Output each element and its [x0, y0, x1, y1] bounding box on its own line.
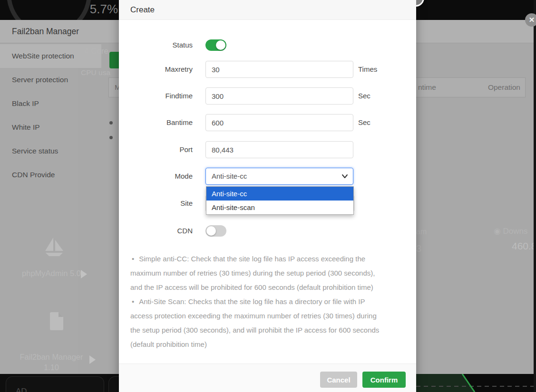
- mode-select[interactable]: Anti-site-cc: [205, 168, 353, 185]
- upstream-value-fragment: 3: [416, 243, 421, 254]
- help-line: and the IP access will be prohibited for…: [130, 280, 409, 295]
- ad-label: AD: [16, 387, 27, 392]
- table-header-operation: Operation: [488, 78, 520, 97]
- cpu-cores-text: 4 Core: [84, 47, 108, 56]
- sidebar-item-white-ip: White IP: [0, 115, 101, 139]
- fail2ban-card-version: 1.10: [9, 362, 94, 373]
- plugin-title: Fail2ban Manager: [12, 20, 79, 43]
- cdn-label: CDN: [119, 225, 193, 237]
- bullet-icon: •: [132, 295, 134, 309]
- bantime-unit: Sec: [358, 114, 370, 131]
- upstream-text-fragment: am: [416, 228, 427, 236]
- network-traffic-chart: [416, 374, 536, 392]
- dashboard-right-edge: [534, 0, 536, 392]
- port-input[interactable]: [205, 141, 353, 158]
- dialog-footer: Cancel Confirm: [119, 363, 416, 392]
- help-line: the setup period (300 seconds), and will…: [130, 323, 409, 337]
- maxretry-input[interactable]: [205, 61, 353, 78]
- help-line: •Simple anti-CC: Check that the site log…: [130, 252, 409, 266]
- site-label: Site: [119, 195, 193, 212]
- fail2ban-card-label: Fail2ban Manager 1.10: [9, 352, 94, 373]
- bantime-input[interactable]: [205, 114, 353, 131]
- background-card-outline: AD: [6, 376, 104, 392]
- chevron-down-icon: [341, 173, 348, 180]
- sidebar-menu: WebSite protectionServer protectionBlack…: [0, 43, 78, 374]
- maxretry-label: Maxretry: [119, 61, 193, 78]
- port-label: Port: [119, 141, 193, 158]
- create-dialog: Create Status Maxretry Times Findtime Se…: [119, 0, 416, 392]
- downstream-label: ◉ Downs: [494, 226, 528, 236]
- maxretry-unit: Times: [358, 61, 377, 78]
- bantime-label: Bantime: [119, 114, 193, 131]
- cdn-toggle[interactable]: [205, 225, 226, 237]
- cpu-usage-text: CPU usa: [81, 68, 110, 77]
- help-line: maximum number of retries (30 times) dur…: [130, 266, 409, 280]
- status-label: Status: [119, 39, 193, 51]
- help-line: (default prohibition time): [130, 337, 409, 352]
- dialog-header: Create: [119, 0, 416, 20]
- findtime-label: Findtime: [119, 87, 193, 105]
- downstream-value: 460.8: [512, 240, 536, 252]
- bullet-icon: •: [132, 252, 134, 266]
- dialog-title: Create: [130, 0, 155, 20]
- cancel-button[interactable]: Cancel: [320, 372, 357, 388]
- fail2ban-card-name: Fail2ban Manager: [9, 352, 94, 362]
- background-close-icon: ✕: [525, 13, 536, 27]
- background-bullet-dot: [109, 136, 113, 139]
- findtime-input[interactable]: [205, 87, 353, 105]
- confirm-button[interactable]: Confirm: [362, 372, 406, 388]
- help-text: •Simple anti-CC: Check that the site log…: [130, 252, 409, 352]
- mode-option-anti-site-cc[interactable]: Anti-site-cc: [206, 187, 353, 201]
- toggle-knob: [216, 40, 225, 50]
- play-arrow-icon: [81, 270, 87, 278]
- help-line: •Anti-Site Scan: Checks that the site lo…: [130, 295, 409, 309]
- toggle-knob: [206, 226, 216, 236]
- background-bullet-dot: [109, 121, 113, 124]
- mode-option-anti-site-scan[interactable]: Anti-site-scan: [206, 201, 353, 214]
- table-header-bantime: ntime: [418, 78, 436, 97]
- status-toggle[interactable]: [205, 39, 226, 51]
- mode-label: Mode: [119, 168, 193, 185]
- sidebar-item-service-status: Service status: [0, 139, 101, 163]
- mode-selected-value: Anti-site-cc: [212, 172, 247, 180]
- findtime-unit: Sec: [358, 87, 370, 105]
- cpu-gauge-value: 5.7%: [57, 0, 118, 18]
- help-line: access protection exceeding the maximum …: [130, 309, 409, 323]
- play-arrow-icon: [89, 355, 96, 364]
- sidebar-item-black-ip: Black IP: [0, 92, 101, 115]
- sidebar-item-cdn-provide: CDN Provide: [0, 163, 101, 187]
- fail2ban-file-icon: [49, 312, 64, 331]
- phpmyadmin-sailboat-icon: [44, 237, 65, 258]
- mode-dropdown-list: Anti-site-ccAnti-site-scan: [206, 186, 354, 215]
